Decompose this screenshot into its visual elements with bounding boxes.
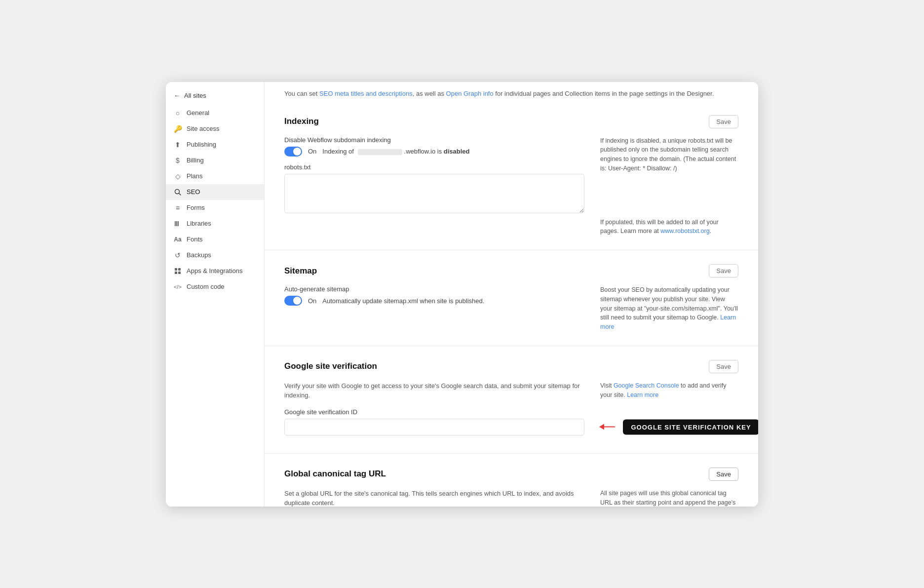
- google-verification-learn-more-link[interactable]: Learn more: [627, 392, 658, 398]
- sitemap-header: Sitemap Save: [284, 264, 738, 277]
- canonical-desc: Set a global URL for the site's canonica…: [284, 489, 584, 507]
- google-verification-desc: Verify your site with Google to get acce…: [284, 381, 584, 400]
- subdomain-masked: [358, 149, 402, 155]
- google-verification-save-button[interactable]: Save: [709, 360, 738, 373]
- google-verification-right: Visit Google Search Console to add and v…: [600, 381, 738, 400]
- sitemap-right: Boost your SEO by automatically updating…: [600, 285, 738, 332]
- sidebar-item-site-access[interactable]: 🔑 Site access: [166, 121, 264, 137]
- indexing-toggle-on-label: On: [308, 148, 316, 155]
- publishing-icon: ⬆: [174, 141, 182, 149]
- google-verification-left: Verify your site with Google to get acce…: [284, 381, 584, 439]
- google-verification-right-info: Visit Google Search Console to add and v…: [600, 381, 738, 400]
- sitemap-learn-more-link[interactable]: Learn more: [600, 314, 736, 330]
- disable-subdomain-label: Disable Webflow subdomain indexing: [284, 136, 584, 144]
- google-verification-field-label: Google site verification ID: [284, 408, 584, 416]
- indexing-toggle-row: On Indexing of .webflow.io is disabled: [284, 147, 584, 157]
- main-content: You can set SEO meta titles and descript…: [265, 82, 758, 507]
- google-verification-input-row: GOOGLE SITE VERIFICATION KEY: [284, 419, 584, 435]
- indexing-subdomain-desc: Indexing of .webflow.io is disabled: [322, 148, 469, 155]
- sitemap-section: Sitemap Save Auto-generate sitemap On Au…: [265, 250, 758, 346]
- sidebar-item-apps[interactable]: Apps & Integrations: [166, 263, 264, 279]
- sidebar-item-forms[interactable]: ≡ Forms: [166, 200, 264, 216]
- sidebar-item-fonts[interactable]: Aa Fonts: [166, 232, 264, 247]
- back-button[interactable]: ← All sites: [166, 88, 264, 103]
- svg-rect-8: [178, 272, 181, 274]
- indexing-save-button[interactable]: Save: [709, 115, 738, 128]
- sidebar-label-apps: Apps & Integrations: [187, 267, 242, 274]
- sitemap-right-info: Boost your SEO by automatically updating…: [600, 285, 738, 332]
- sidebar: ← All sites ○ General 🔑 Site access ⬆ Pu…: [166, 82, 265, 507]
- sidebar-label-general: General: [187, 109, 209, 117]
- general-icon: ○: [174, 109, 182, 117]
- sidebar-label-plans: Plans: [187, 172, 203, 180]
- back-label: All sites: [184, 92, 206, 99]
- sidebar-item-seo[interactable]: SEO: [166, 184, 264, 200]
- canonical-body: Set a global URL for the site's canonica…: [284, 489, 738, 507]
- google-verification-title: Google site verification: [284, 361, 377, 371]
- sitemap-toggle-desc: Automatically update sitemap.xml when si…: [322, 297, 484, 305]
- sidebar-label-backups: Backups: [187, 251, 211, 259]
- canonical-right-info: All site pages will use this global cano…: [600, 489, 738, 507]
- sidebar-label-custom-code: Custom code: [187, 283, 225, 290]
- indexing-toggle-section: Disable Webflow subdomain indexing On In…: [284, 136, 584, 157]
- sidebar-label-fonts: Fonts: [187, 235, 203, 243]
- tooltip-arrow-head: [599, 424, 604, 430]
- sidebar-item-billing[interactable]: $ Billing: [166, 153, 264, 168]
- indexing-title: Indexing: [284, 117, 319, 126]
- libraries-icon: [174, 220, 182, 228]
- sidebar-label-forms: Forms: [187, 204, 205, 211]
- billing-icon: $: [174, 157, 182, 164]
- seo-meta-link[interactable]: SEO meta titles and descriptions: [319, 90, 413, 97]
- seo-icon: [174, 188, 182, 196]
- tooltip-arrow-line: [604, 427, 615, 428]
- canonical-header: Global canonical tag URL Save: [284, 468, 738, 481]
- sitemap-save-button[interactable]: Save: [709, 264, 738, 277]
- apps-icon: [174, 267, 182, 275]
- canonical-save-button[interactable]: Save: [709, 468, 738, 481]
- google-search-console-link[interactable]: Google Search Console: [614, 382, 679, 389]
- indexing-toggle[interactable]: [284, 147, 302, 157]
- sidebar-item-custom-code[interactable]: </> Custom code: [166, 279, 264, 295]
- indexing-body: Disable Webflow subdomain indexing On In…: [284, 136, 738, 236]
- sitemap-body: Auto-generate sitemap On Automatically u…: [284, 285, 738, 332]
- indexing-right: If indexing is disabled, a unique robots…: [600, 136, 738, 236]
- sitemap-toggle-label: Auto-generate sitemap: [284, 285, 584, 293]
- indexing-header: Indexing Save: [284, 115, 738, 128]
- sidebar-item-plans[interactable]: ◇ Plans: [166, 168, 264, 184]
- sitemap-toggle[interactable]: [284, 296, 302, 306]
- sitemap-title: Sitemap: [284, 266, 317, 276]
- indexing-section: Indexing Save Disable Webflow subdomain …: [265, 101, 758, 251]
- robots-txt-label: robots.txt: [284, 163, 584, 171]
- robotstxt-link[interactable]: www.robotstxt.org: [660, 228, 709, 235]
- canonical-left: Set a global URL for the site's canonica…: [284, 489, 584, 507]
- svg-rect-4: [178, 221, 179, 226]
- google-verification-header: Google site verification Save: [284, 360, 738, 373]
- plans-icon: ◇: [174, 172, 182, 180]
- site-access-icon: 🔑: [174, 125, 182, 133]
- robots-txt-textarea[interactable]: [284, 174, 584, 213]
- google-verification-tooltip: GOOGLE SITE VERIFICATION KEY: [623, 419, 758, 434]
- og-info-link[interactable]: Open Graph info: [446, 90, 494, 97]
- canonical-right: All site pages will use this global cano…: [600, 489, 738, 507]
- google-verification-input[interactable]: [284, 419, 584, 435]
- svg-rect-6: [178, 268, 181, 271]
- sidebar-item-libraries[interactable]: Libraries: [166, 216, 264, 232]
- sidebar-label-site-access: Site access: [187, 125, 219, 132]
- fonts-icon: Aa: [174, 235, 182, 243]
- svg-rect-3: [176, 221, 177, 226]
- sidebar-item-publishing[interactable]: ⬆ Publishing: [166, 137, 264, 153]
- svg-rect-2: [175, 221, 176, 226]
- canonical-title: Global canonical tag URL: [284, 469, 386, 479]
- indexing-left: Disable Webflow subdomain indexing On In…: [284, 136, 584, 215]
- custom-code-icon: </>: [174, 283, 182, 291]
- sidebar-label-seo: SEO: [187, 188, 200, 196]
- svg-rect-5: [175, 268, 177, 271]
- svg-line-1: [179, 193, 181, 195]
- backups-icon: ↺: [174, 251, 182, 259]
- robots-right-info: If populated, this will be added to all …: [600, 218, 738, 236]
- svg-rect-7: [175, 272, 177, 274]
- sitemap-left: Auto-generate sitemap On Automatically u…: [284, 285, 584, 308]
- sidebar-item-general[interactable]: ○ General: [166, 105, 264, 121]
- google-verification-section: Google site verification Save Verify you…: [265, 346, 758, 454]
- sidebar-item-backups[interactable]: ↺ Backups: [166, 247, 264, 263]
